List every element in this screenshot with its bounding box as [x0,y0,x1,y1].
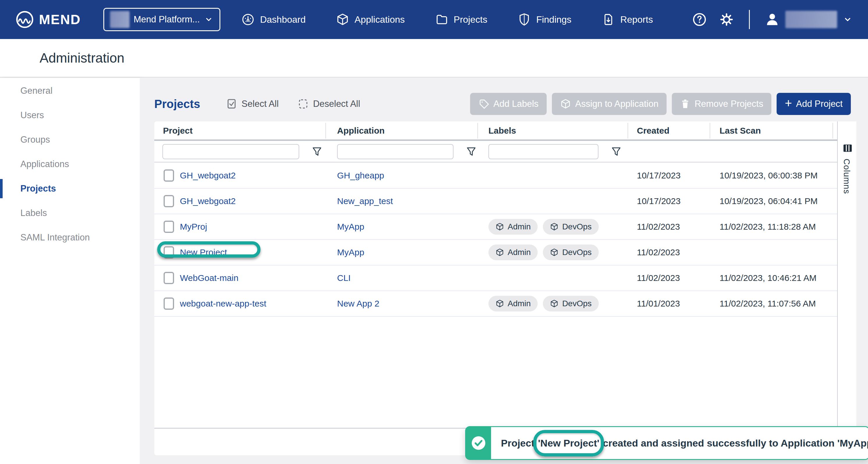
check-circle-icon [470,435,487,451]
column-separator [627,123,628,138]
org-selector[interactable]: Mend Platform... [103,8,220,31]
chevron-down-icon [842,14,853,25]
application-link[interactable]: GH_gheapp [337,171,384,181]
toast-highlight-text: 'New Project' [538,437,599,448]
application-link[interactable]: New App 2 [337,299,379,309]
application-link[interactable]: New_app_test [337,196,393,206]
report-icon [602,13,615,26]
project-link[interactable]: webgoat-new-app-test [180,299,266,309]
cube-icon [550,222,559,231]
sidebar-item-labels[interactable]: Labels [0,201,140,225]
column-header-project[interactable]: Project [163,121,193,140]
mend-logo[interactable]: MEND [15,10,81,29]
row-checkbox[interactable] [163,246,174,258]
sidebar-item-groups[interactable]: Groups [0,127,140,152]
redacted-org-name [110,11,129,28]
assign-to-application-label: Assign to Application [575,99,658,109]
table-row: New ProjectMyAppAdminDevOps11/02/2023 [154,240,837,266]
dashed-square-icon [297,98,309,110]
toast-text-prefix: Project [501,437,534,449]
column-separator [477,123,478,138]
toast-text-suffix: created and assigned successfully to App… [603,437,868,449]
column-header-labels[interactable]: Labels [489,121,516,140]
project-link[interactable]: GH_webgoat2 [180,171,236,181]
select-all-label: Select All [242,99,279,109]
assign-to-application-button[interactable]: Assign to Application [552,93,666,115]
column-header-created[interactable]: Created [637,121,670,140]
checkbox-checked-icon [226,98,238,110]
projects-heading: Projects [154,97,200,111]
nav-item-dashboard[interactable]: Dashboard [241,13,306,26]
brand-name: MEND [39,12,81,27]
row-checkbox[interactable] [163,298,174,310]
select-all-button[interactable]: Select All [226,98,279,110]
filter-icon[interactable] [311,146,323,159]
toast-highlight: 'New Project' [538,437,599,449]
deselect-all-label: Deselect All [313,99,360,109]
last-scan-cell: 11/02/2023, 10:46:21 AM [719,266,816,290]
nav-item-label: Findings [536,14,571,25]
project-link[interactable]: GH_webgoat2 [180,196,236,206]
nav-item-projects[interactable]: Projects [435,13,488,26]
gear-icon[interactable] [719,12,734,27]
deselect-all-button[interactable]: Deselect All [297,98,360,110]
label-chip: DevOps [543,245,598,260]
tag-icon [478,98,489,110]
column-separator [326,123,326,138]
columns-tab-label: Columns [842,159,851,194]
remove-projects-button[interactable]: Remove Projects [672,93,771,115]
application-link[interactable]: MyApp [337,222,364,232]
application-link[interactable]: CLI [337,273,351,283]
cube-icon [495,299,504,308]
label-chip: Admin [489,296,538,311]
label-chip: Admin [489,245,538,260]
row-checkbox[interactable] [163,272,174,284]
chevron-down-icon [204,14,214,25]
project-link[interactable]: MyProj [180,222,207,232]
user-menu[interactable] [764,11,853,28]
row-checkbox[interactable] [163,195,174,207]
project-link[interactable]: New Project [180,247,227,257]
sidebar-item-label: Groups [20,134,50,145]
label-chip: Admin [489,219,538,235]
project-filter-input[interactable] [162,144,299,159]
label-chip: DevOps [543,219,598,235]
cube-icon [495,248,504,257]
created-cell: 11/02/2023 [637,240,680,265]
cube-icon [550,299,559,308]
org-selector-label: Mend Platform... [134,14,200,25]
table-row: GH_webgoat2GH_gheapp10/17/202310/19/2023… [154,163,837,189]
created-cell: 10/17/2023 [637,163,681,188]
project-link[interactable]: WebGoat-main [180,273,238,283]
remove-projects-label: Remove Projects [694,99,763,109]
row-checkbox[interactable] [163,221,174,233]
add-labels-button[interactable]: Add Labels [470,93,547,115]
table-header-row: Project Application Labels Created Last … [154,121,837,140]
projects-table: Project Application Labels Created Last … [154,121,837,455]
sidebar-item-projects[interactable]: Projects [0,177,140,201]
add-project-button[interactable]: + Add Project [777,93,851,115]
nav-item-reports[interactable]: Reports [602,13,653,26]
labels-filter-input[interactable] [489,144,598,159]
sidebar-item-users[interactable]: Users [0,103,140,127]
sidebar-item-applications[interactable]: Applications [0,152,140,177]
columns-panel-tab[interactable]: Columns [837,121,856,455]
help-icon[interactable] [692,12,707,27]
sidebar-item-label: SAML Integration [20,232,90,243]
nav-item-applications[interactable]: Applications [336,13,405,26]
trash-icon [680,99,690,109]
main-content: Projects Select All Deselect All [140,78,868,464]
application-filter-input[interactable] [337,144,454,159]
column-header-last-scan[interactable]: Last Scan [719,121,761,140]
sidebar-item-label: Applications [20,159,69,169]
sidebar-item-saml-integration[interactable]: SAML Integration [0,225,140,250]
column-header-application[interactable]: Application [337,121,384,140]
application-link[interactable]: MyApp [337,247,364,257]
row-checkbox[interactable] [163,169,174,182]
table-row: MyProjMyAppAdminDevOps11/02/202311/02/20… [154,214,837,240]
filter-icon[interactable] [465,146,477,159]
sidebar-item-general[interactable]: General [0,79,140,103]
filter-icon[interactable] [610,146,622,159]
cube-icon [495,222,504,231]
nav-item-findings[interactable]: Findings [518,13,571,26]
